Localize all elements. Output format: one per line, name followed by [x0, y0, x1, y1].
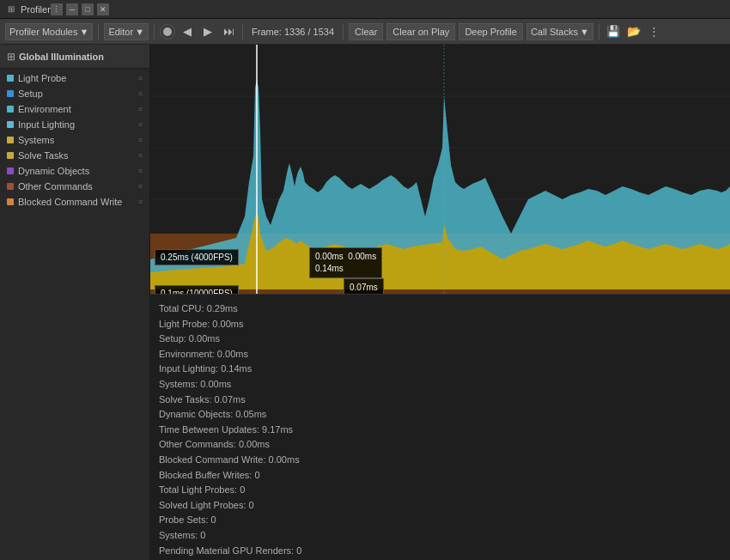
drag-handle: ≡ — [138, 198, 143, 206]
close-button[interactable]: ✕ — [97, 3, 109, 15]
maximize-button[interactable]: □ — [82, 3, 94, 15]
color-dot — [7, 75, 14, 82]
drag-handle: ≡ — [138, 89, 143, 98]
stat-line: Setup: 0.00ms — [159, 332, 721, 347]
drag-handle: ≡ — [138, 151, 143, 160]
stat-line: Probe Sets: 0 — [159, 513, 721, 528]
sidebar-item-label: Setup — [18, 88, 134, 99]
sidebar-item-blocked-command-write[interactable]: Blocked Command Write≡ — [0, 194, 149, 210]
drag-handle: ≡ — [138, 136, 143, 144]
sidebar-item-environment[interactable]: Environment≡ — [0, 101, 149, 117]
call-stacks-dropdown[interactable]: Call Stacks ▼ — [526, 23, 593, 40]
sidebar-item-label: Dynamic Objects — [18, 166, 134, 176]
stat-line: Total CPU: 0.29ms — [159, 301, 721, 317]
deep-profile-button[interactable]: Deep Profile — [459, 23, 523, 40]
stats-panel: Total CPU: 0.29msLight Probe: 0.00msSetu… — [150, 294, 730, 560]
editor-label: Editor — [108, 27, 133, 37]
sidebar-item-label: Blocked Command Write — [18, 197, 134, 207]
stat-line: Blocked Buffer Writes: 0 — [159, 468, 721, 484]
more-button[interactable]: ⋮ — [646, 23, 663, 40]
sep3 — [242, 24, 243, 40]
stat-line: Other Commands: 0.00ms — [159, 437, 721, 453]
profiler-modules-arrow: ▼ — [79, 27, 88, 37]
sidebar-item-label: Other Commands — [18, 181, 134, 192]
toolbar: Profiler Modules ▼ Editor ▼ ◀ ▶ ⏭ Frame:… — [0, 19, 730, 45]
sidebar-items: Light Probe≡Setup≡Environment≡Input Ligh… — [0, 69, 149, 211]
title-controls: ⋮ ─ □ ✕ — [51, 3, 109, 15]
stat-line: Environment: 0.00ms — [159, 347, 721, 362]
stat-line: Dynamic Objects: 0.05ms — [159, 407, 721, 423]
load-button[interactable]: 📂 — [625, 23, 642, 40]
sidebar-header: ⊞ Global Illumination — [0, 45, 149, 69]
color-dot — [7, 152, 14, 159]
stat-line: Solve Tasks: 0.07ms — [159, 393, 721, 408]
color-dot — [7, 167, 14, 174]
drag-handle: ≡ — [138, 182, 143, 191]
frame-counter: Frame: 1336 / 1534 — [248, 27, 338, 37]
color-dot — [7, 121, 14, 128]
prev-frame-button[interactable]: ◀ — [179, 23, 196, 40]
right-panel: 0.25ms (4000FPS) 0.1ms (10000FPS) 0.00ms… — [150, 45, 730, 560]
sidebar-item-input-lighting[interactable]: Input Lighting≡ — [0, 117, 149, 132]
main-area: ⊞ Global Illumination Light Probe≡Setup≡… — [0, 45, 730, 560]
save-button[interactable]: 💾 — [605, 23, 622, 40]
color-dot — [7, 90, 14, 97]
sep4 — [343, 24, 344, 40]
record-button[interactable] — [160, 24, 175, 40]
stat-line: Time Between Updates: 9.17ms — [159, 423, 721, 438]
stat-line: Input Lighting: 0.14ms — [159, 362, 721, 377]
color-dot — [7, 137, 14, 143]
sidebar-item-label: Systems — [18, 135, 134, 145]
stat-line: Blocked Command Write: 0.00ms — [159, 453, 721, 468]
stat-line: Systems: 0.00ms — [159, 377, 721, 393]
record-circle — [163, 27, 172, 36]
clear-button[interactable]: Clear — [349, 23, 383, 40]
sidebar-item-label: Light Probe — [18, 73, 134, 83]
sep1 — [98, 24, 99, 40]
profiler-modules-label: Profiler Modules — [9, 27, 77, 37]
stat-line: Light Probe: 0.00ms — [159, 317, 721, 332]
clear-on-play-button[interactable]: Clear on Play — [386, 23, 455, 40]
editor-dropdown[interactable]: Editor ▼ — [104, 23, 149, 40]
chart-svg — [150, 45, 730, 294]
call-stacks-label: Call Stacks — [531, 27, 578, 37]
chart-area[interactable]: 0.25ms (4000FPS) 0.1ms (10000FPS) 0.00ms… — [150, 45, 730, 294]
sidebar-item-light-probe[interactable]: Light Probe≡ — [0, 70, 149, 86]
sidebar-item-other-commands[interactable]: Other Commands≡ — [0, 179, 149, 194]
sidebar-item-label: Environment — [18, 104, 134, 114]
step-back-button[interactable]: ▶ — [199, 23, 216, 40]
editor-arrow: ▼ — [135, 27, 144, 37]
sidebar-section-title: Global Illumination — [19, 52, 104, 62]
title-icon: ⊞ — [5, 3, 17, 15]
call-stacks-arrow: ▼ — [580, 27, 589, 37]
sidebar-item-label: Solve Tasks — [18, 150, 134, 161]
sidebar-item-dynamic-objects[interactable]: Dynamic Objects≡ — [0, 163, 149, 179]
stat-line: Pending Material GPU Renders: 0 — [159, 544, 721, 559]
minimize-button[interactable]: ─ — [66, 3, 78, 15]
color-dot — [7, 198, 14, 205]
drag-handle: ≡ — [138, 167, 143, 175]
stat-line: Systems: 0 — [159, 528, 721, 544]
drag-handle: ≡ — [138, 105, 143, 113]
drag-handle: ≡ — [138, 74, 143, 82]
sidebar: ⊞ Global Illumination Light Probe≡Setup≡… — [0, 45, 150, 560]
drag-handle: ≡ — [138, 120, 143, 129]
sep5 — [599, 24, 599, 40]
stats-lines: Total CPU: 0.29msLight Probe: 0.00msSetu… — [159, 301, 721, 560]
sidebar-grid-icon: ⊞ — [7, 51, 15, 63]
color-dot — [7, 106, 14, 113]
sidebar-item-label: Input Lighting — [18, 119, 134, 130]
title-bar: ⊞ Profiler ⋮ ─ □ ✕ — [0, 0, 730, 19]
profiler-modules-dropdown[interactable]: Profiler Modules ▼ — [5, 23, 93, 40]
sidebar-item-setup[interactable]: Setup≡ — [0, 86, 149, 101]
stat-line: Solved Light Probes: 0 — [159, 498, 721, 514]
sidebar-item-systems[interactable]: Systems≡ — [0, 132, 149, 148]
title-text: Profiler — [21, 4, 51, 15]
color-dot — [7, 183, 14, 190]
sidebar-item-solve-tasks[interactable]: Solve Tasks≡ — [0, 148, 149, 163]
last-frame-button[interactable]: ⏭ — [220, 23, 237, 40]
sep2 — [154, 24, 155, 40]
menu-button[interactable]: ⋮ — [51, 3, 63, 15]
stat-line: Total Light Probes: 0 — [159, 483, 721, 498]
